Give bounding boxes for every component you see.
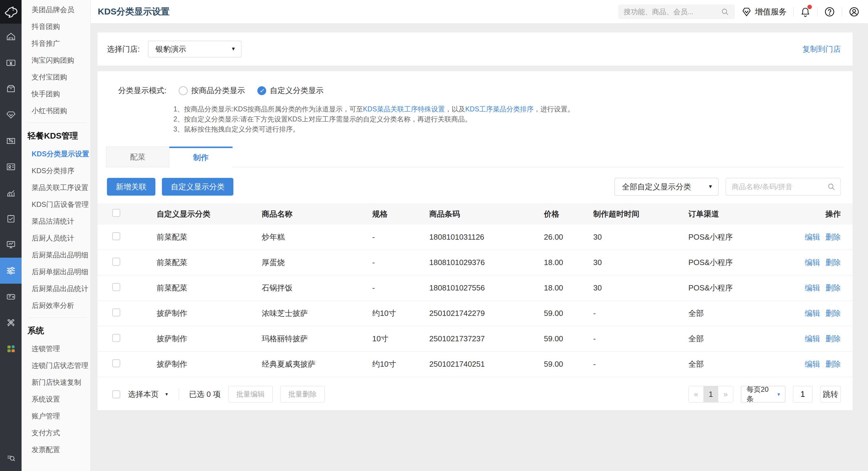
- sidebar-item[interactable]: 新门店快速复制: [22, 374, 90, 390]
- tab-peicai[interactable]: 配菜: [106, 147, 169, 167]
- sidebar-item[interactable]: KDS分类显示设置: [22, 146, 90, 162]
- copy-to-store-link[interactable]: 复制到门店: [802, 44, 841, 54]
- account-avatar-icon[interactable]: [848, 6, 860, 18]
- product-search-input[interactable]: 商品名称/条码/拼音: [725, 178, 841, 196]
- header-divider: [817, 7, 817, 17]
- cell-spec: 约10寸: [372, 308, 429, 318]
- edit-link[interactable]: 编辑: [805, 283, 820, 292]
- menu-search-icon[interactable]: [0, 447, 22, 468]
- kds-settings-icon[interactable]: [0, 258, 22, 284]
- sidebar-item[interactable]: 小红书团购: [22, 102, 90, 119]
- sidebar-item[interactable]: 后厨菜品出品明细: [22, 246, 90, 263]
- sidebar-item[interactable]: 账户管理: [22, 407, 90, 424]
- home-icon[interactable]: [0, 24, 22, 50]
- custom-display-category-button[interactable]: 自定义显示分类: [162, 178, 234, 196]
- pagination: « 1 » 每页20条 ▼ 跳转: [688, 386, 841, 403]
- radio-custom-category[interactable]: ✓ 自定义分类显示: [257, 85, 323, 96]
- row-checkbox[interactable]: [112, 232, 120, 240]
- col-price: 价格: [544, 209, 593, 219]
- sidebar-item[interactable]: 支付宝团购: [22, 68, 90, 85]
- pospal-logo[interactable]: [0, 0, 22, 24]
- product-icon[interactable]: [0, 76, 22, 102]
- sidebar-item[interactable]: 美团品牌会员: [22, 1, 90, 18]
- sidebar-item[interactable]: 菜品沽清统计: [22, 213, 90, 229]
- sidebar-item[interactable]: 发票配置: [22, 441, 90, 458]
- next-page-button[interactable]: »: [718, 386, 733, 402]
- prev-page-button[interactable]: «: [689, 386, 704, 402]
- value-added-services-button[interactable]: 增值服务: [741, 6, 787, 17]
- row-checkbox[interactable]: [112, 258, 120, 265]
- report-icon[interactable]: [0, 206, 22, 232]
- sidebar-item[interactable]: 后厨人员统计: [22, 229, 90, 246]
- kds-process-sort-link[interactable]: KDS工序菜品分类排序: [465, 105, 533, 113]
- sidebar-item[interactable]: 支付方式: [22, 424, 90, 441]
- coupon-icon[interactable]: [0, 128, 22, 154]
- sidebar-item[interactable]: 后厨菜品出品统计: [22, 280, 90, 297]
- apps-icon[interactable]: [0, 336, 22, 362]
- tools-icon[interactable]: [0, 310, 22, 336]
- row-checkbox[interactable]: [112, 309, 120, 316]
- edit-link[interactable]: 编辑: [805, 359, 820, 369]
- delete-link[interactable]: 删除: [826, 232, 841, 242]
- row-checkbox[interactable]: [112, 359, 120, 367]
- sidebar-item[interactable]: 抖音推广: [22, 35, 90, 52]
- jump-page-input[interactable]: [793, 386, 812, 403]
- sidebar-item[interactable]: 快手团购: [22, 85, 90, 102]
- delete-link[interactable]: 删除: [826, 334, 841, 343]
- display-mode-label: 分类显示模式:: [118, 85, 166, 96]
- instruction-line-3: 3、鼠标按住拖拽自定义分类可进行排序。: [174, 124, 852, 134]
- membership-icon[interactable]: [0, 102, 22, 128]
- sidebar-item[interactable]: 系统设置: [22, 390, 90, 407]
- store-select[interactable]: 银豹演示 ▼: [148, 41, 241, 57]
- sidebar-item[interactable]: KDS门店设备管理: [22, 196, 90, 213]
- sidebar-item[interactable]: 抖音团购: [22, 18, 90, 35]
- sidebar-item[interactable]: KDS分类排序: [22, 162, 90, 179]
- row-checkbox[interactable]: [112, 283, 120, 291]
- monitor-icon[interactable]: [0, 232, 22, 258]
- delete-link[interactable]: 删除: [826, 309, 841, 318]
- chevron-down-icon: ▼: [231, 46, 236, 52]
- batch-delete-button[interactable]: 批量删除: [280, 386, 325, 403]
- kds-process-special-link[interactable]: KDS菜品关联工序特殊设置: [363, 105, 445, 113]
- tab-zhizuo[interactable]: 制作: [169, 147, 232, 167]
- select-page-label: 选择本页: [128, 389, 159, 400]
- sidebar-item[interactable]: 后厨效率分析: [22, 297, 90, 314]
- col-category: 自定义显示分类: [157, 209, 262, 219]
- current-page[interactable]: 1: [704, 386, 718, 402]
- help-icon[interactable]: [824, 6, 835, 18]
- category-filter-select[interactable]: 全部自定义显示分类 ▼: [615, 178, 718, 196]
- delete-link[interactable]: 删除: [826, 359, 841, 369]
- table-row: 前菜配菜厚蛋烧-180810102937618.0030POS&小程序编辑删除: [97, 250, 852, 275]
- edit-link[interactable]: 编辑: [805, 232, 820, 242]
- cell-category: 披萨制作: [157, 359, 262, 369]
- sidebar-item[interactable]: 连锁管理: [22, 340, 90, 357]
- device-icon[interactable]: [0, 284, 22, 310]
- delete-link[interactable]: 删除: [826, 258, 841, 267]
- sidebar-item[interactable]: 菜品关联工序设置: [22, 179, 90, 196]
- notifications-bell-icon[interactable]: [800, 6, 811, 17]
- sidebar-item[interactable]: 连锁门店状态管理: [22, 357, 90, 374]
- delete-link[interactable]: 删除: [826, 283, 841, 292]
- edit-link[interactable]: 编辑: [805, 258, 820, 267]
- sidebar-section-header: 系统: [22, 321, 90, 340]
- cell-category: 前菜配菜: [157, 283, 262, 293]
- sidebar-item[interactable]: 淘宝闪购团购: [22, 52, 90, 68]
- edit-link[interactable]: 编辑: [805, 309, 820, 318]
- sidebar-menu: 美团品牌会员抖音团购抖音推广淘宝闪购团购支付宝团购快手团购小红书团购轻餐KDS管…: [22, 0, 91, 471]
- sidebar-item[interactable]: 后厨单据出品明细: [22, 263, 90, 280]
- staff-card-icon[interactable]: [0, 154, 22, 180]
- money-icon[interactable]: [0, 50, 22, 76]
- add-association-button[interactable]: 新增关联: [107, 178, 155, 196]
- analytics-icon[interactable]: [0, 180, 22, 206]
- edit-link[interactable]: 编辑: [805, 334, 820, 343]
- batch-edit-button[interactable]: 批量编辑: [228, 386, 273, 403]
- footer-select-checkbox[interactable]: [112, 390, 120, 398]
- jump-button[interactable]: 跳转: [820, 386, 841, 403]
- cell-price: 59.00: [544, 334, 593, 343]
- select-all-checkbox[interactable]: [112, 209, 120, 217]
- page-size-select[interactable]: 每页20条 ▼: [741, 386, 785, 403]
- global-search-input[interactable]: 搜功能、商品、会员...: [618, 4, 735, 19]
- select-page-dropdown[interactable]: 选择本页 ▼: [128, 389, 169, 400]
- radio-by-product-category[interactable]: 按商品分类显示: [179, 85, 245, 96]
- row-checkbox[interactable]: [112, 334, 120, 342]
